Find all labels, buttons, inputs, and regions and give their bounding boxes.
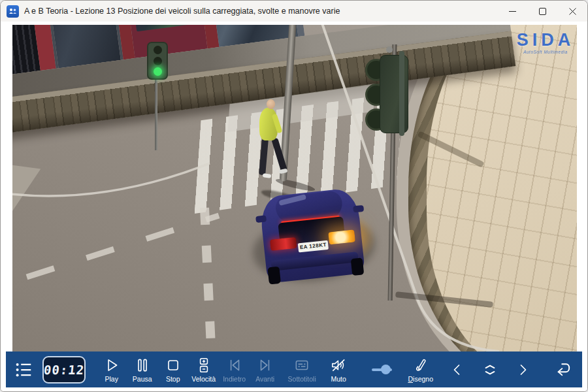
play-button[interactable]: Play xyxy=(96,357,127,383)
speed-label: Velocità xyxy=(191,375,216,383)
mute-label: Muto xyxy=(331,375,346,383)
pedestrian-leg xyxy=(271,138,287,172)
car-body: EA 128KT xyxy=(259,188,365,284)
blue-car: EA 128KT xyxy=(253,183,374,293)
car-mirror xyxy=(255,215,267,223)
elapsed-time-display: 00:12 xyxy=(42,356,86,384)
left-taillight xyxy=(270,237,297,251)
app-window: A e B Teoria - Lezione 13 Posizione dei … xyxy=(0,0,588,392)
app-users-icon xyxy=(7,5,19,18)
stop-label: Stop xyxy=(166,375,180,383)
yellow-lamp-off xyxy=(154,57,162,65)
back-button: Indietro xyxy=(219,357,250,383)
traffic-light-cap xyxy=(386,46,393,53)
pedestrian-shoe xyxy=(263,173,272,178)
sida-logo-text: SIDA xyxy=(512,31,577,49)
pause-icon xyxy=(134,357,151,374)
pedestrian xyxy=(253,99,292,203)
transport-controls: Play Pausa Stop xyxy=(96,357,353,383)
volume-slider[interactable] xyxy=(372,361,392,378)
play-label: Play xyxy=(105,375,118,383)
play-icon xyxy=(103,357,120,374)
green-lamp-on xyxy=(154,67,162,76)
skip-previous-icon xyxy=(226,357,243,374)
chevron-up-down-icon xyxy=(481,361,499,379)
car-wheel xyxy=(267,267,281,285)
chevron-right-icon xyxy=(515,362,531,378)
draw-label: Disegno xyxy=(408,375,433,383)
back-label: Indietro xyxy=(223,375,246,383)
playlist-button[interactable] xyxy=(14,360,33,380)
speed-icon xyxy=(195,357,212,374)
video-viewport[interactable]: EA 128KT SIDA AutoSoft Multimedia xyxy=(12,25,577,351)
return-arrow-icon xyxy=(555,360,574,380)
next-slide-button[interactable] xyxy=(513,359,532,381)
elapsed-time: 00:12 xyxy=(43,363,86,377)
pedestrian-leg xyxy=(259,139,269,176)
content-area: EA 128KT SIDA AutoSoft Multimedia xyxy=(1,22,587,391)
player-toolbar: 00:12 Play Pausa xyxy=(6,351,582,387)
speed-button[interactable]: Velocità xyxy=(188,357,219,383)
maximize-button[interactable] xyxy=(527,1,557,22)
stop-icon xyxy=(165,357,182,374)
close-button[interactable] xyxy=(557,1,587,22)
chevron-left-icon xyxy=(449,362,465,378)
volume-slider-thumb[interactable] xyxy=(381,365,391,374)
subtitles-icon xyxy=(293,357,310,374)
subtitles-button: Sottotitoli xyxy=(280,357,323,383)
pedestrian-head xyxy=(267,99,275,109)
pedestrian-shoe xyxy=(279,169,288,174)
index-updown-button[interactable] xyxy=(480,359,500,381)
draw-button[interactable]: Disegno xyxy=(408,357,433,383)
titlebar: A e B Teoria - Lezione 13 Posizione dei … xyxy=(1,1,587,22)
store-traffic-light-pole xyxy=(155,77,157,150)
return-button[interactable] xyxy=(555,359,574,381)
car-wheel xyxy=(351,257,365,276)
minimize-button[interactable] xyxy=(497,1,527,22)
mute-button[interactable]: Muto xyxy=(323,357,353,383)
right-turn-signal xyxy=(328,229,355,244)
window-title: A e B Teoria - Lezione 13 Posizione dei … xyxy=(24,7,340,16)
red-lamp-off xyxy=(154,46,162,54)
store-traffic-light xyxy=(147,42,168,80)
traffic-light-bracket xyxy=(399,51,404,136)
forward-label: Avanti xyxy=(255,375,274,383)
sida-logo: SIDA AutoSoft Multimedia xyxy=(512,31,577,54)
mute-icon xyxy=(330,357,347,374)
skip-next-icon xyxy=(257,357,274,374)
traffic-light-back xyxy=(369,55,412,132)
pause-button[interactable]: Pausa xyxy=(127,357,157,383)
sida-logo-subtext: AutoSoft Multimedia xyxy=(512,50,577,54)
pause-label: Pausa xyxy=(133,375,152,383)
pen-icon xyxy=(412,357,429,374)
list-icon xyxy=(14,360,33,380)
car-bumper xyxy=(270,252,359,271)
stop-button[interactable]: Stop xyxy=(157,357,188,383)
previous-slide-button[interactable] xyxy=(448,359,467,381)
forward-button: Avanti xyxy=(250,357,280,383)
car-mirror xyxy=(353,205,364,213)
lesson-navigation xyxy=(448,359,582,381)
subtitles-label: Sottotitoli xyxy=(288,375,316,383)
